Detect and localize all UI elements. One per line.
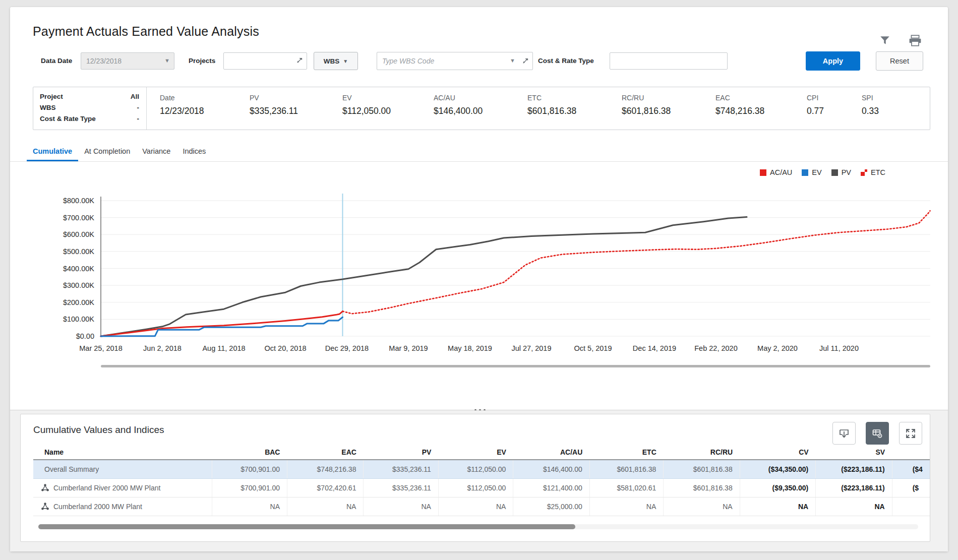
series-pv — [101, 217, 747, 336]
wbs-dropdown-button[interactable]: WBS ▼ — [314, 52, 358, 70]
page-title: Payment Actuals Earned Value Analysis — [33, 24, 259, 39]
projects-input[interactable] — [223, 52, 307, 70]
summary-scope: ProjectAllWBS-Cost & Rate Type- — [33, 87, 147, 130]
print-icon[interactable] — [907, 33, 924, 48]
column-header-name[interactable]: Name — [33, 446, 212, 460]
summary-scope-label: Cost & Rate Type — [40, 115, 96, 122]
picker-icon[interactable] — [521, 57, 529, 67]
apply-button[interactable]: Apply — [806, 51, 860, 71]
metric-value: $335,236.11 — [250, 106, 298, 116]
export-icon[interactable] — [832, 422, 856, 445]
cell-cv: NA — [740, 497, 815, 516]
table-row[interactable]: Overall Summary$700,901.00$748,216.38$33… — [33, 460, 930, 478]
cell-pv: $335,236.11 — [364, 460, 438, 478]
row-name: Cumberland River 2000 MW Plant — [53, 484, 160, 492]
cell-eac: NA — [287, 497, 363, 516]
tab-at-completion[interactable]: At Completion — [78, 142, 136, 161]
column-header-ac-au[interactable]: AC/AU — [513, 446, 589, 460]
data-date-value[interactable] — [81, 53, 174, 69]
metric-value: 0.33 — [862, 106, 879, 116]
metric-label: AC/AU — [434, 94, 483, 102]
svg-text:Jul 11, 2020: Jul 11, 2020 — [819, 344, 859, 352]
cell-ev: $112,050.00 — [438, 478, 513, 497]
projects-label: Projects — [189, 51, 215, 71]
cell-clipped — [892, 497, 930, 516]
cell-rc-ru: $601,816.38 — [664, 460, 740, 478]
cost-rate-type-input[interactable] — [610, 52, 728, 70]
legend-label: AC/AU — [770, 168, 792, 176]
legend-swatch — [831, 169, 838, 176]
cell-eac: $748,216.38 — [287, 460, 363, 478]
legend-label: ETC — [871, 168, 885, 176]
table-title: Cumulative Values and Indices — [33, 424, 164, 435]
cell-cv: ($34,350.00) — [740, 460, 815, 478]
chart-scroll-track[interactable] — [101, 365, 930, 367]
cell-rc-ru: NA — [664, 497, 740, 516]
summary-scope-value: All — [131, 93, 139, 100]
picker-icon[interactable] — [295, 57, 303, 66]
column-header-bac[interactable]: BAC — [212, 446, 287, 460]
column-header-etc[interactable]: ETC — [589, 446, 663, 460]
cell-bac: NA — [212, 497, 287, 516]
table-row[interactable]: Cumberland River 2000 MW Plant$700,901.0… — [33, 478, 930, 497]
metric-label: RC/RU — [622, 94, 671, 102]
table-hscrollbar[interactable] — [38, 524, 918, 529]
column-header-sv[interactable]: SV — [816, 446, 892, 460]
expand-icon[interactable] — [899, 422, 922, 445]
evm-chart: $800.00K$700.00K$600.00K$500.00K$400.00K… — [33, 182, 935, 377]
column-header-rc-ru[interactable]: RC/RU — [664, 446, 740, 460]
summary-scope-value: - — [137, 115, 140, 122]
svg-text:Mar 25, 2018: Mar 25, 2018 — [79, 344, 122, 352]
cell-rc-ru: $601,816.38 — [664, 478, 740, 497]
column-header-clipped[interactable] — [892, 446, 930, 460]
summary-scope-row: ProjectAll — [40, 93, 139, 100]
legend-item-pv: PV — [831, 168, 851, 176]
cell-bac: $700,901.00 — [212, 460, 287, 478]
cell-pv: $335,236.11 — [364, 478, 438, 497]
summary-metric: AC/AU$146,400.00 — [434, 94, 483, 116]
column-header-cv[interactable]: CV — [740, 446, 815, 460]
wbs-code-input[interactable]: ▼ — [377, 52, 533, 70]
metric-value: 0.77 — [807, 106, 824, 116]
tab-cumulative[interactable]: Cumulative — [27, 142, 78, 161]
scrollbar-thumb[interactable] — [38, 524, 575, 529]
summary-metric: EAC$748,216.38 — [715, 94, 764, 116]
column-header-pv[interactable]: PV — [364, 446, 438, 460]
legend-label: PV — [842, 168, 851, 176]
filter-icon[interactable] — [876, 33, 893, 48]
cell-ac-au: $146,400.00 — [513, 460, 589, 478]
summary-scope-row: WBS- — [40, 104, 139, 111]
legend-item-ev: EV — [802, 168, 821, 176]
cell-etc: $601,816.38 — [589, 460, 663, 478]
tab-variance[interactable]: Variance — [136, 142, 176, 161]
grid-settings-icon[interactable] — [866, 422, 889, 445]
summary-metric: PV$335,236.11 — [250, 94, 298, 116]
data-date-select[interactable]: ▼ — [81, 52, 174, 70]
table-row[interactable]: Cumberland 2000 MW PlantNANANANA$25,000.… — [33, 497, 930, 516]
column-header-eac[interactable]: EAC — [287, 446, 363, 460]
svg-text:Mar 9, 2019: Mar 9, 2019 — [389, 344, 428, 352]
summary-scope-value: - — [137, 104, 140, 111]
metric-label: EV — [342, 94, 391, 102]
summary-metric: RC/RU$601,816.38 — [622, 94, 671, 116]
wbs-code-field[interactable] — [377, 52, 532, 70]
cell-sv: ($223,186.11) — [816, 478, 892, 497]
projects-field[interactable] — [224, 53, 307, 69]
column-header-ev[interactable]: EV — [438, 446, 513, 460]
cost-rate-type-field[interactable] — [610, 53, 727, 69]
svg-text:$400.00K: $400.00K — [63, 265, 94, 273]
tab-indices[interactable]: Indices — [176, 142, 212, 161]
metric-value: 12/23/2018 — [160, 106, 204, 116]
table-panel: Cumulative Values and Indices NameBACEAC… — [20, 414, 930, 542]
bottom-section: Cumulative Values and Indices NameBACEAC… — [10, 410, 948, 551]
reset-button[interactable]: Reset — [876, 51, 923, 71]
app-card: Payment Actuals Earned Value Analysis Da… — [10, 7, 948, 551]
cell-ev: $112,050.00 — [438, 460, 513, 478]
svg-text:Oct 20, 2018: Oct 20, 2018 — [264, 344, 306, 352]
cell-sv: ($223,186.11) — [816, 460, 892, 478]
wbs-node-icon — [41, 502, 49, 511]
cell-clipped: ($4 — [892, 460, 930, 478]
row-name: Overall Summary — [33, 465, 99, 473]
cell-cv: ($9,350.00) — [740, 478, 815, 497]
chevron-down-icon: ▼ — [343, 58, 348, 64]
